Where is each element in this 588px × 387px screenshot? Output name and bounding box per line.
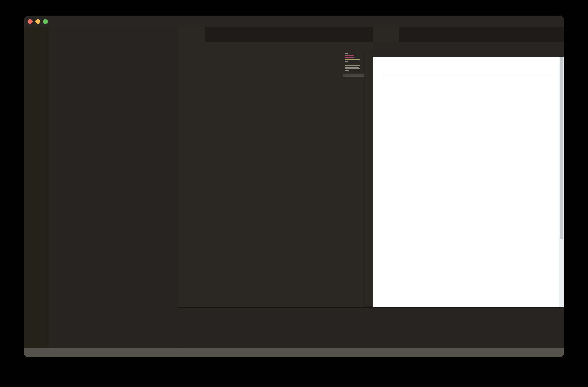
more-actions-icon[interactable]	[166, 31, 172, 38]
tab-quarto-preview[interactable]	[373, 27, 399, 42]
editor-scrollbar[interactable]	[365, 52, 372, 307]
quarto-preview-panel	[373, 27, 564, 307]
explorer-sidebar	[49, 27, 178, 348]
breadcrumb[interactable]	[178, 42, 373, 52]
divider	[382, 75, 554, 75]
window-title	[24, 16, 564, 27]
quarto-icon	[183, 32, 189, 38]
minimap[interactable]	[343, 52, 364, 80]
editor-tabbar	[178, 27, 373, 42]
chevron-right-icon	[193, 45, 198, 49]
file-icon	[377, 32, 383, 38]
terminal-output[interactable]	[178, 321, 564, 324]
quarto-icon	[184, 44, 189, 50]
vscode-window	[24, 16, 564, 357]
titlebar	[24, 16, 564, 27]
status-bar	[24, 348, 564, 357]
close-icon[interactable]	[195, 32, 201, 37]
preview-navbar	[373, 42, 564, 57]
scrollbar-thumb[interactable]	[560, 57, 564, 239]
preview-document	[373, 57, 564, 307]
close-icon[interactable]	[390, 32, 395, 37]
preview-scrollbar[interactable]	[560, 57, 564, 307]
panel-header	[178, 308, 564, 321]
preview-tabbar	[373, 27, 564, 42]
panel-terminal	[178, 307, 564, 348]
explorer-header	[49, 27, 178, 42]
editor-group	[178, 27, 373, 307]
tab-manuscript-qmd[interactable]	[178, 27, 205, 42]
activity-bar	[24, 27, 49, 348]
